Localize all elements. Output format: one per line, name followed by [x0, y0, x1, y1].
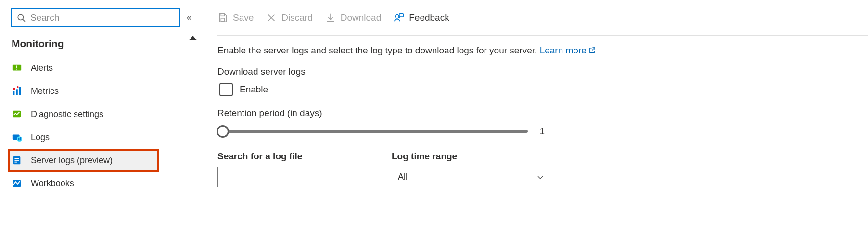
sidebar: « Monitoring Alerts Metrics Diagnostic s…: [0, 0, 197, 246]
intro-text: Enable the server logs and select the lo…: [217, 45, 868, 56]
svg-line-29: [592, 48, 595, 51]
retention-label: Retention period (in days): [217, 108, 868, 118]
enable-checkbox[interactable]: [219, 83, 233, 96]
diagnostic-icon: [12, 109, 22, 119]
feedback-label: Feedback: [409, 13, 449, 23]
svg-rect-15: [20, 137, 21, 140]
discard-label: Discard: [281, 13, 312, 23]
logs-icon: [12, 132, 22, 142]
chevron-down-icon: [536, 173, 544, 181]
scroll-up-icon[interactable]: [189, 34, 197, 41]
svg-rect-22: [221, 18, 224, 21]
svg-rect-18: [14, 160, 19, 161]
enable-label: Enable: [240, 84, 268, 95]
download-heading: Download server logs: [217, 66, 868, 77]
svg-marker-2: [189, 36, 197, 40]
sidebar-section-title: Monitoring: [12, 38, 197, 50]
sidebar-search-box[interactable]: [11, 8, 180, 27]
svg-rect-7: [16, 89, 18, 95]
download-button: Download: [325, 13, 382, 23]
retention-value: 1: [539, 126, 545, 137]
toolbar: Save Discard Download Feedback: [217, 0, 868, 36]
learn-more-link[interactable]: Learn more: [540, 45, 596, 55]
intro-text-content: Enable the server logs and select the lo…: [217, 45, 540, 55]
external-link-icon: [588, 47, 596, 54]
sidebar-item-alerts[interactable]: Alerts: [11, 56, 197, 79]
sidebar-item-workbooks[interactable]: Workbooks: [11, 172, 197, 195]
svg-rect-5: [16, 69, 17, 70]
time-range-select[interactable]: All: [392, 167, 550, 187]
sidebar-item-diagnostic-settings[interactable]: Diagnostic settings: [11, 103, 197, 126]
search-icon: [17, 13, 26, 22]
sidebar-item-label: Workbooks: [31, 179, 74, 189]
save-icon: [217, 13, 228, 23]
svg-point-10: [17, 86, 19, 88]
search-log-label: Search for a log file: [217, 151, 376, 162]
sidebar-menu: Alerts Metrics Diagnostic settings Logs …: [11, 56, 197, 195]
svg-rect-19: [14, 162, 17, 163]
main-content: Save Discard Download Feedback Enable th…: [197, 0, 868, 246]
feedback-button[interactable]: Feedback: [394, 13, 449, 23]
discard-icon: [266, 13, 277, 23]
discard-button: Discard: [266, 13, 312, 23]
svg-rect-4: [16, 65, 17, 68]
sidebar-item-metrics[interactable]: Metrics: [11, 79, 197, 103]
svg-point-9: [13, 88, 15, 90]
time-range-value: All: [398, 172, 408, 182]
sidebar-item-label: Diagnostic settings: [31, 109, 103, 119]
save-button: Save: [217, 13, 254, 23]
download-label: Download: [341, 13, 382, 23]
collapse-sidebar-icon[interactable]: «: [187, 13, 191, 23]
svg-line-1: [23, 19, 25, 22]
learn-more-label: Learn more: [540, 45, 587, 55]
sidebar-item-logs[interactable]: Logs: [11, 126, 197, 149]
feedback-icon: [394, 13, 404, 23]
sidebar-item-label: Server logs (preview): [31, 155, 113, 166]
download-icon: [325, 13, 336, 23]
svg-point-0: [18, 14, 23, 20]
svg-rect-6: [13, 91, 15, 95]
server-logs-icon: [12, 155, 22, 166]
alerts-icon: [12, 63, 22, 73]
svg-rect-21: [221, 13, 224, 16]
svg-rect-17: [14, 158, 19, 159]
sidebar-item-label: Logs: [31, 132, 50, 142]
svg-point-27: [396, 14, 399, 18]
time-range-label: Log time range: [392, 151, 550, 162]
svg-rect-28: [399, 13, 403, 16]
sidebar-item-label: Metrics: [31, 86, 59, 96]
metrics-icon: [12, 86, 22, 96]
retention-slider[interactable]: [217, 130, 528, 133]
search-log-input[interactable]: [217, 167, 376, 187]
sidebar-item-label: Alerts: [31, 63, 53, 73]
search-input[interactable]: [30, 13, 174, 23]
svg-rect-14: [18, 138, 20, 141]
svg-rect-8: [19, 87, 21, 95]
save-label: Save: [233, 13, 254, 23]
slider-thumb[interactable]: [217, 125, 229, 138]
sidebar-item-server-logs[interactable]: Server logs (preview): [8, 149, 159, 172]
workbooks-icon: [12, 178, 22, 189]
